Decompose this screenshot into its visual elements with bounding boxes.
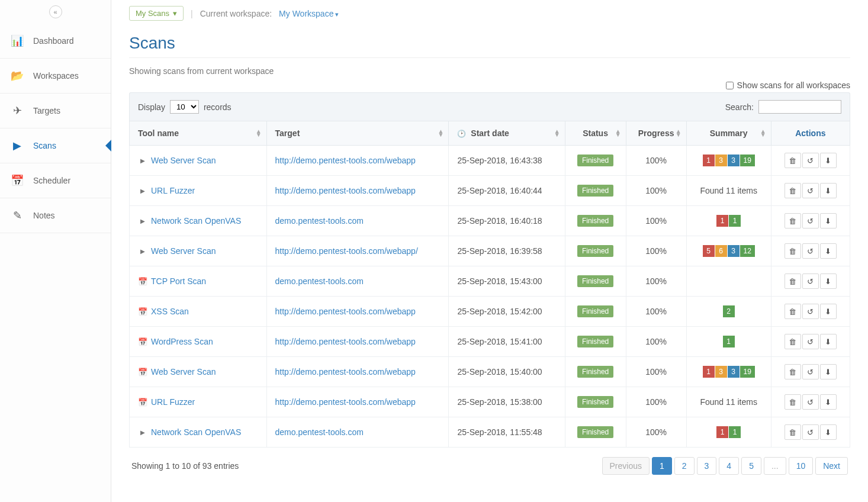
sidebar-item-scheduler[interactable]: 📅Scheduler xyxy=(0,163,111,198)
retry-button[interactable]: ↺ xyxy=(802,424,819,440)
tool-name-link[interactable]: URL Fuzzer xyxy=(151,397,195,407)
col-status[interactable]: Status ▲▼ xyxy=(565,121,626,146)
download-button[interactable]: ⬇ xyxy=(820,183,837,198)
target-link[interactable]: demo.pentest-tools.com xyxy=(275,427,364,437)
tool-name-link[interactable]: XSS Scan xyxy=(151,307,189,316)
sidebar-item-dashboard[interactable]: 📊Dashboard xyxy=(0,24,111,59)
sidebar-item-workspaces[interactable]: 📂Workspaces xyxy=(0,59,111,94)
tool-name-link[interactable]: Web Server Scan xyxy=(151,156,216,165)
target-link[interactable]: demo.pentest-tools.com xyxy=(275,216,364,226)
sort-icon: ▲▼ xyxy=(676,130,681,137)
current-workspace-dropdown[interactable]: My Workspace xyxy=(279,9,339,18)
sidebar-item-label: Workspaces xyxy=(33,71,79,81)
target-link[interactable]: http://demo.pentest-tools.com/webapp xyxy=(275,337,416,346)
retry-button[interactable]: ↺ xyxy=(802,153,819,168)
page-button-2[interactable]: 2 xyxy=(674,457,695,475)
start-date: 25-Sep-2018, 16:39:58 xyxy=(449,236,565,266)
retry-button[interactable]: ↺ xyxy=(802,394,819,410)
col-progress[interactable]: Progress ▲▼ xyxy=(626,121,686,146)
target-link[interactable]: http://demo.pentest-tools.com/webapp xyxy=(275,186,416,195)
delete-button[interactable]: 🗑 xyxy=(785,304,801,319)
tool-name-link[interactable]: Web Server Scan xyxy=(151,367,216,376)
page-button-5[interactable]: 5 xyxy=(741,457,761,475)
status-badge: Finished xyxy=(577,305,613,317)
tool-name-link[interactable]: Web Server Scan xyxy=(151,246,216,256)
page-button-10[interactable]: 10 xyxy=(789,457,814,475)
page-button-1[interactable]: 1 xyxy=(652,457,672,475)
progress-value: 100% xyxy=(626,357,686,387)
sort-icon: ▲▼ xyxy=(256,130,262,137)
severity-badge: 1 xyxy=(729,215,741,227)
download-button[interactable]: ⬇ xyxy=(820,394,837,410)
tool-name-link[interactable]: URL Fuzzer xyxy=(151,186,195,195)
retry-button[interactable]: ↺ xyxy=(802,243,819,259)
severity-badge: 1 xyxy=(723,336,735,347)
download-button[interactable]: ⬇ xyxy=(820,213,837,229)
tool-name-link[interactable]: Network Scan OpenVAS xyxy=(151,427,241,437)
search-input[interactable] xyxy=(758,100,841,114)
download-button[interactable]: ⬇ xyxy=(820,424,837,440)
download-button[interactable]: ⬇ xyxy=(820,273,837,289)
retry-button[interactable]: ↺ xyxy=(802,213,819,229)
status-badge: Finished xyxy=(577,155,613,166)
my-scans-dropdown[interactable]: My Scans ▾ xyxy=(129,6,184,21)
table-row: 📅XSS Scanhttp://demo.pentest-tools.com/w… xyxy=(130,297,850,327)
target-link[interactable]: http://demo.pentest-tools.com/webapp xyxy=(275,156,416,165)
clock-icon: 🕑 xyxy=(457,130,466,138)
download-button[interactable]: ⬇ xyxy=(820,243,837,259)
show-all-workspaces-checkbox[interactable] xyxy=(726,82,734,89)
col-tool-name[interactable]: Tool name ▲▼ xyxy=(130,121,267,146)
retry-button[interactable]: ↺ xyxy=(802,364,819,379)
retry-button[interactable]: ↺ xyxy=(802,304,819,319)
retry-button[interactable]: ↺ xyxy=(802,334,819,349)
delete-button[interactable]: 🗑 xyxy=(785,334,801,349)
retry-button[interactable]: ↺ xyxy=(802,183,819,198)
delete-button[interactable]: 🗑 xyxy=(785,213,801,229)
tool-name-link[interactable]: WordPress Scan xyxy=(151,337,213,346)
sidebar-item-notes[interactable]: ✎Notes xyxy=(0,198,111,233)
delete-button[interactable]: 🗑 xyxy=(785,394,801,410)
page-button-3[interactable]: 3 xyxy=(697,457,717,475)
status-badge: Finished xyxy=(577,336,613,347)
summary-text: Found 11 items xyxy=(700,186,757,195)
col-target[interactable]: Target ▲▼ xyxy=(266,121,449,146)
page-size-select[interactable]: 10 xyxy=(170,100,199,114)
sidebar-item-targets[interactable]: ✈Targets xyxy=(0,94,111,128)
status-badge: Finished xyxy=(577,215,613,227)
target-link[interactable]: http://demo.pentest-tools.com/webapp xyxy=(275,307,416,316)
target-link[interactable]: http://demo.pentest-tools.com/webapp xyxy=(275,367,416,376)
sidebar-item-scans[interactable]: ▶Scans xyxy=(0,128,111,163)
tool-name-link[interactable]: TCP Port Scan xyxy=(151,276,206,286)
page-button-...: ... xyxy=(764,457,786,475)
target-link[interactable]: http://demo.pentest-tools.com/webapp/ xyxy=(275,246,418,256)
chevron-down-icon: ▾ xyxy=(173,9,177,18)
page-button-next[interactable]: Next xyxy=(815,457,848,475)
delete-button[interactable]: 🗑 xyxy=(785,153,801,168)
download-button[interactable]: ⬇ xyxy=(820,304,837,319)
delete-button[interactable]: 🗑 xyxy=(785,243,801,259)
target-link[interactable]: http://demo.pentest-tools.com/webapp xyxy=(275,397,416,407)
scheduler-icon: 📅 xyxy=(11,174,24,187)
delete-button[interactable]: 🗑 xyxy=(785,183,801,198)
delete-button[interactable]: 🗑 xyxy=(785,424,801,440)
progress-value: 100% xyxy=(626,176,686,206)
calendar-icon: 📅 xyxy=(138,398,147,407)
col-start-date[interactable]: 🕑 Start date ▲▼ xyxy=(449,121,565,146)
target-link[interactable]: demo.pentest-tools.com xyxy=(275,276,364,286)
download-button[interactable]: ⬇ xyxy=(820,334,837,349)
col-summary[interactable]: Summary ▲▼ xyxy=(686,121,771,146)
status-badge: Finished xyxy=(577,426,613,438)
delete-button[interactable]: 🗑 xyxy=(785,273,801,289)
table-row: ►Network Scan OpenVASdemo.pentest-tools.… xyxy=(130,417,850,448)
page-button-previous[interactable]: Previous xyxy=(602,457,650,475)
retry-button[interactable]: ↺ xyxy=(802,273,819,289)
tool-name-link[interactable]: Network Scan OpenVAS xyxy=(151,216,241,226)
download-button[interactable]: ⬇ xyxy=(820,153,837,168)
sidebar-collapse-button[interactable]: « xyxy=(49,5,62,18)
download-button[interactable]: ⬇ xyxy=(820,364,837,379)
severity-summary: 56312 xyxy=(695,245,763,257)
records-label: records xyxy=(204,102,232,112)
page-button-4[interactable]: 4 xyxy=(719,457,739,475)
severity-badge: 3 xyxy=(728,245,740,257)
delete-button[interactable]: 🗑 xyxy=(785,364,801,379)
